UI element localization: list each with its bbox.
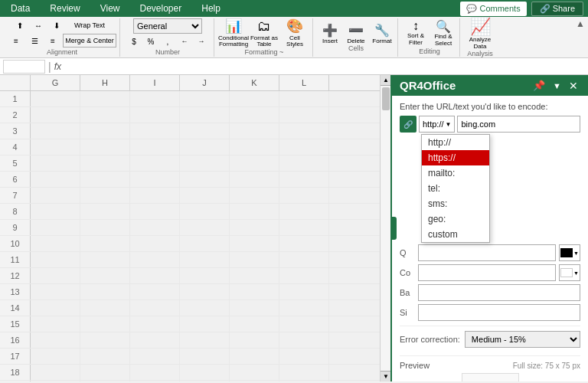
spreadsheet-cell[interactable] [180,300,230,316]
spreadsheet-cell[interactable] [31,220,80,235]
spreadsheet-cell[interactable] [80,252,130,267]
spreadsheet-cell[interactable] [180,188,230,203]
spreadsheet-cell[interactable] [279,316,329,332]
spreadsheet-cell[interactable] [80,236,130,251]
spreadsheet-cell[interactable] [31,268,80,283]
analyze-data-btn[interactable]: 📈 AnalyzeData [465,17,495,51]
delete-btn[interactable]: ➖ Delete [344,23,368,44]
protocol-option-tel[interactable]: tel: [422,181,489,196]
spreadsheet-cell[interactable] [279,204,329,219]
spreadsheet-cell[interactable] [230,300,279,316]
formula-input[interactable] [64,61,585,72]
spreadsheet-cell[interactable] [31,155,80,171]
spreadsheet-cell[interactable] [180,332,230,348]
spreadsheet-cell[interactable] [80,172,130,187]
spreadsheet-cell[interactable] [230,381,279,381]
spreadsheet-cell[interactable] [180,284,230,300]
spreadsheet-cell[interactable] [279,349,329,364]
spreadsheet-cell[interactable] [180,236,230,251]
scroll-thumb[interactable] [382,87,390,110]
spreadsheet-cell[interactable] [279,107,329,123]
protocol-dropdown-trigger[interactable]: http:// ▼ [419,116,455,133]
spreadsheet-cell[interactable] [80,316,130,332]
spreadsheet-cell[interactable] [230,220,279,235]
spreadsheet-cell[interactable] [230,188,279,203]
q-field-input[interactable] [418,244,556,261]
spreadsheet-cell[interactable] [130,316,180,332]
align-right-btn[interactable]: ≡ [44,34,61,47]
qr-panel-close-btn[interactable]: ✕ [567,80,580,92]
co-color-btn[interactable]: ▼ [559,264,580,281]
spreadsheet-cell[interactable] [80,139,130,155]
qr-panel-chevron-btn[interactable]: ▼ [550,80,564,92]
align-center-btn[interactable]: ☰ [26,34,43,47]
spreadsheet-cell[interactable] [130,349,180,364]
spreadsheet-cell[interactable] [279,220,329,235]
spreadsheet-cell[interactable] [279,139,329,155]
spreadsheet-cell[interactable] [130,204,180,219]
align-middle-btn[interactable]: ↔ [30,18,47,32]
spreadsheet-cell[interactable] [279,123,329,139]
col-header-h[interactable]: H [80,75,130,90]
spreadsheet-cell[interactable] [279,172,329,187]
spreadsheet-cell[interactable] [279,91,329,106]
spreadsheet-cell[interactable] [80,220,130,235]
spreadsheet-cell[interactable] [180,91,230,106]
format-btn[interactable]: 🔧 Format [370,23,394,44]
spreadsheet-cell[interactable] [279,252,329,267]
cell-styles-btn[interactable]: 🎨 CellStyles [280,18,309,48]
spreadsheet-cell[interactable] [31,236,80,251]
spreadsheet-cell[interactable] [80,107,130,123]
spreadsheet-cell[interactable] [31,316,80,332]
spreadsheet-cell[interactable] [230,91,279,106]
co-field-input[interactable] [418,264,556,281]
scroll-down-btn[interactable]: ▼ [381,371,391,381]
spreadsheet-cell[interactable] [230,139,279,155]
vertical-scrollbar[interactable]: ▲ ▼ [380,75,390,381]
spreadsheet-cell[interactable] [80,155,130,171]
spreadsheet-cell[interactable] [180,107,230,123]
scroll-up-btn[interactable]: ▲ [381,75,391,86]
spreadsheet-cell[interactable] [130,91,180,106]
spreadsheet-cell[interactable] [279,284,329,300]
spreadsheet-cell[interactable] [230,204,279,219]
spreadsheet-cell[interactable] [180,349,230,364]
spreadsheet-cell[interactable] [130,123,180,139]
wrap-text-btn[interactable]: Wrap Text [67,18,113,32]
spreadsheet-cell[interactable] [180,252,230,267]
protocol-option-sms[interactable]: sms: [422,196,489,211]
spreadsheet-cell[interactable] [80,300,130,316]
align-top-btn[interactable]: ⬆ [11,18,28,32]
spreadsheet-cell[interactable] [31,107,80,123]
spreadsheet-cell[interactable] [130,381,180,381]
spreadsheet-cell[interactable] [130,252,180,267]
spreadsheet-cell[interactable] [31,123,80,139]
find-select-btn[interactable]: 🔍 Find &Select [430,19,456,47]
spreadsheet-cell[interactable] [130,268,180,283]
spreadsheet-cell[interactable] [180,204,230,219]
format-table-btn[interactable]: 🗂 Format asTable [250,18,279,48]
qr-url-input[interactable] [457,116,580,133]
spreadsheet-cell[interactable] [80,268,130,283]
spreadsheet-cell[interactable] [80,91,130,106]
currency-btn[interactable]: $ [126,35,142,47]
percent-btn[interactable]: % [143,35,158,47]
si-field-input[interactable] [418,304,580,321]
align-left-btn[interactable]: ≡ [8,34,24,47]
spreadsheet-cell[interactable] [230,349,279,364]
insert-btn[interactable]: ➕ Insert [318,23,342,44]
protocol-option-mailto[interactable]: mailto: [422,165,489,181]
spreadsheet-cell[interactable] [80,284,130,300]
protocol-option-custom[interactable]: custom [422,227,489,242]
col-header-j[interactable]: J [180,75,230,90]
number-format-select[interactable]: General [133,18,202,34]
protocol-option-http[interactable]: http:// [422,135,489,150]
spreadsheet-cell[interactable] [80,332,130,348]
spreadsheet-cell[interactable] [31,365,80,380]
ribbon-tab-data[interactable]: Data [5,2,36,15]
spreadsheet-cell[interactable] [130,236,180,251]
protocol-option-geo[interactable]: geo: [422,211,489,227]
spreadsheet-cell[interactable] [180,316,230,332]
sort-filter-btn[interactable]: ↕ Sort &Filter [403,19,429,47]
cell-reference-input[interactable] [3,60,45,74]
